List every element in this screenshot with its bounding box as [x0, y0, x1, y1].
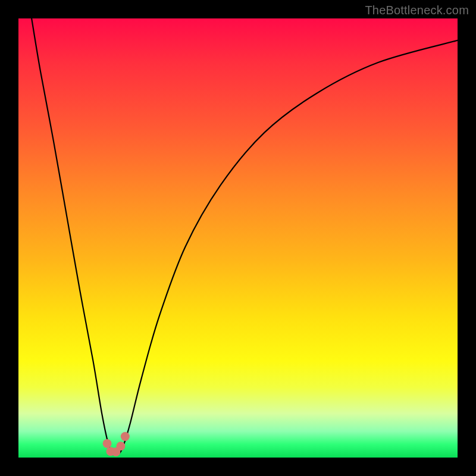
- curve-layer: [18, 18, 458, 458]
- chart-frame: TheBottleneck.com: [0, 0, 476, 476]
- optimum-marker: [116, 441, 125, 450]
- optimum-marker: [121, 432, 130, 441]
- watermark-text: TheBottleneck.com: [365, 4, 469, 17]
- bottleneck-curve: [32, 18, 458, 454]
- plot-area: [18, 18, 458, 458]
- optimum-marker: [103, 439, 112, 448]
